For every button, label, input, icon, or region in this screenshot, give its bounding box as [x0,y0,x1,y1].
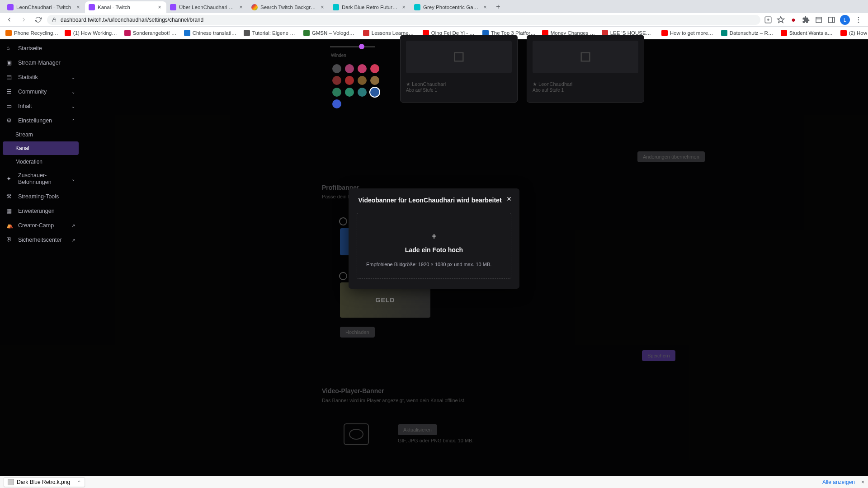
bookmark-item[interactable]: How to get more v… [659,28,717,38]
close-icon[interactable]: × [319,4,326,10]
tab-title: Kanal - Twitch [98,5,154,10]
download-chip[interactable]: Dark Blue Retro.k.png ⌃ [4,477,85,487]
bookmark-label: Chinese translatio… [193,30,237,36]
menu-icon[interactable] [854,16,863,24]
bookmark-item[interactable]: Sonderangebot! I… [122,28,180,38]
twitch-favicon [7,4,14,10]
browser-tab-strip: LeonChaudhari - Twitch× Kanal - Twitch× … [0,0,868,13]
download-shelf: Dark Blue Retro.k.png ⌃ Alle anzeigen × [0,476,868,488]
close-icon[interactable]: × [401,4,407,10]
forward-button[interactable] [18,14,29,25]
profile-avatar[interactable]: L [840,15,850,25]
tab-title: Grey Photocentric Game Nigh [423,5,479,10]
bookmark-favicon [5,30,12,36]
bookmark-favicon [840,30,847,36]
browser-tab[interactable]: LeonChaudhari - Twitch× [4,1,85,13]
canva-favicon [333,4,339,10]
bookmark-favicon [124,30,131,36]
bookmark-favicon [363,30,369,36]
address-bar[interactable]: dashboard.twitch.tv/u/leonchaudhari/sett… [47,15,760,25]
browser-tab[interactable]: Über LeonChaudhari - Twitch× [166,1,248,13]
extensions-icon[interactable] [802,16,810,24]
tab-title: Über LeonChaudhari - Twitch [179,5,235,10]
reading-list-icon[interactable] [815,16,823,24]
twitch-favicon [89,4,95,10]
bookmark-label: GMSN – Vologda… [312,30,357,36]
browser-tab[interactable]: Dark Blue Retro Futuristic Stre× [329,1,410,13]
modal-title: Videobanner für LeonChaudhari wird bearb… [357,197,511,204]
google-favicon [251,4,258,10]
star-icon[interactable] [777,16,785,24]
bookmark-item[interactable]: (1) How Working a… [62,28,121,38]
plus-icon: + [366,231,502,242]
close-icon[interactable]: × [238,4,244,10]
svg-point-4 [858,17,859,18]
bookmark-favicon [303,30,310,36]
browser-tab[interactable]: Search Twitch Background - C× [248,1,329,13]
bookmark-favicon [721,30,727,36]
download-filename: Dark Blue Retro.k.png [17,479,70,485]
browser-tab[interactable]: Grey Photocentric Game Nigh× [410,1,492,13]
modal-close-button[interactable] [504,194,514,204]
bookmark-label: Datenschutz – Re… [730,30,774,36]
bookmark-item[interactable]: (2) How To Add A… [838,28,868,38]
bookmark-label: (2) How To Add A… [849,30,868,36]
bookmark-label: (1) How Working a… [73,30,118,36]
lock-icon [52,17,57,23]
close-shelf-button[interactable]: × [861,479,864,485]
new-tab-button[interactable]: + [492,0,505,13]
show-all-downloads[interactable]: Alle anzeigen [822,479,855,485]
side-panel-icon[interactable] [827,16,835,24]
page-body: ⌂Startseite ▣Stream-Manager ▤Statistik⌄ … [0,39,868,476]
bookmark-label: How to get more v… [670,30,715,36]
upload-dropzone[interactable]: + Lade ein Foto hoch Empfohlene Bildgröß… [357,213,511,279]
close-icon[interactable]: × [156,4,163,10]
svg-point-6 [858,22,859,23]
bookmark-item[interactable]: GMSN – Vologda… [301,28,359,38]
bookmark-item[interactable]: Tutorial: Eigene Fa… [241,28,300,38]
bookmark-favicon [65,30,71,36]
upload-title: Lade ein Foto hoch [366,246,502,253]
close-icon [506,196,512,202]
file-icon [8,479,14,485]
url-text: dashboard.twitch.tv/u/leonchaudhari/sett… [61,17,203,23]
twitch-favicon [170,4,176,10]
bookmark-label: Tutorial: Eigene Fa… [252,30,297,36]
bookmark-label: Student Wants an… [789,30,834,36]
tab-title: LeonChaudhari - Twitch [16,5,72,10]
close-icon[interactable]: × [482,4,488,10]
bookmark-item[interactable]: Datenschutz – Re… [718,28,777,38]
video-banner-modal: Videobanner für LeonChaudhari wird bearb… [349,188,519,289]
svg-rect-2 [816,17,821,23]
tab-title: Search Twitch Background - C [260,5,316,10]
bookmark-label: Sonderangebot! I… [133,30,178,36]
bookmark-item[interactable]: Chinese translatio… [181,28,240,38]
share-icon[interactable] [764,16,772,24]
bookmark-favicon [184,30,190,36]
canva-favicon [414,4,420,10]
close-icon[interactable]: × [75,4,81,10]
tab-title: Dark Blue Retro Futuristic Stre [342,5,398,10]
upload-hint: Empfohlene Bildgröße: 868 × 488 px und… [366,261,502,268]
svg-point-5 [858,19,859,20]
svg-rect-0 [53,19,56,22]
bookmark-favicon [781,30,787,36]
chevron-up-icon[interactable]: ⌃ [77,480,81,485]
bookmark-favicon [661,30,668,36]
bookmark-item[interactable]: Phone Recycling… [3,28,61,38]
browser-toolbar: dashboard.twitch.tv/u/leonchaudhari/sett… [0,13,868,27]
back-button[interactable] [4,14,14,25]
browser-tab[interactable]: Kanal - Twitch× [85,1,166,13]
reload-button[interactable] [33,14,43,25]
bookmark-label: Phone Recycling… [14,30,58,36]
bookmark-item[interactable]: Student Wants an… [778,28,837,38]
svg-rect-3 [828,17,835,23]
bookmark-favicon [244,30,250,36]
modal-overlay[interactable]: Videobanner für LeonChaudhari wird bearb… [0,39,868,476]
pinterest-icon[interactable]: ● [789,16,797,24]
